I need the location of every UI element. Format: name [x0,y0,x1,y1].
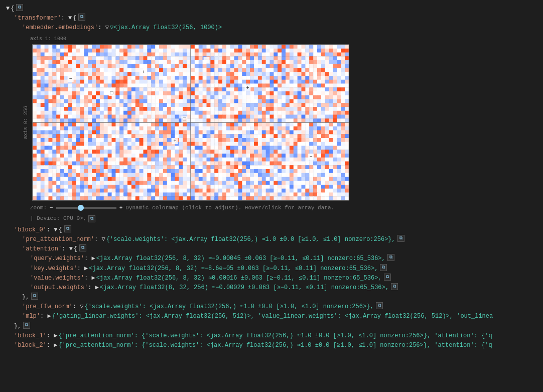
block1-line: 'block_1' : ▶ {'pre_attention_norm': {'s… [6,331,537,341]
key-weights-line: 'key.weights' : ▶ <jax.Array float32(256… [6,264,537,274]
output-weights-expand[interactable]: ▶ [95,283,99,293]
mlp-value: {'gating_linear.weights': <jax.Array flo… [52,312,493,321]
output-weights-line: 'output.weights' : ▶ <jax.Array float32(… [6,283,537,293]
transformer-brace: { [73,14,76,23]
output-weights-value: <jax.Array float32(8, 32, 256) ≈−0.00029… [100,283,389,293]
query-weights-key: 'query.weights' [30,254,84,264]
y-axis-label: axis 0: 256 [22,106,30,139]
root-expand[interactable]: ▼ [6,4,10,14]
device-collapse-icon[interactable]: ⧉ [88,215,95,222]
value-weights-icon[interactable]: ⧉ [384,274,391,281]
viz-section: axis 1: 1000 axis 0: 256 Zoom: − + Dynam… [6,35,537,223]
pre-attention-norm-icon[interactable]: ⧉ [397,235,404,242]
block1-expand[interactable]: ▶ [54,331,57,341]
attention-line: 'attention' : ▼ { ⧉ [6,244,537,254]
mlp-line: 'mlp' : ▶ {'gating_linear.weights': <jax… [6,312,537,321]
embedder-value[interactable]: ▽<jax.Array float32(256, 1000)> [110,23,222,33]
value-weights-value: <jax.Array float32(256, 8, 32) ≈0.00016 … [96,274,382,283]
block2-expand[interactable]: ▶ [54,341,57,350]
attention-close-line: }, ⧉ [6,293,537,302]
transformer-colon: : [61,14,68,23]
block2-value: {'pre_attention_norm': {'scale.weights':… [58,341,492,350]
transformer-expand[interactable]: ▼ [68,14,72,23]
pre-attention-norm-line: 'pre_attention_norm' : ▽ {'scale.weights… [6,235,537,244]
pre-ffw-norm-icon[interactable]: ⧉ [376,302,383,309]
pre-ffw-norm-expand[interactable]: ▽ [80,302,83,312]
output-weights-icon[interactable]: ⧉ [391,283,398,290]
block0-key: 'block_0' [14,225,47,235]
zoom-hint: Dynamic colormap (click to adjust). Hove… [125,204,334,213]
attention-key: 'attention' [22,244,62,254]
query-weights-line: 'query.weights' : ▶ <jax.Array float32(2… [6,254,537,264]
attention-collapse-icon[interactable]: ⧉ [79,244,86,251]
pre-attention-norm-key: 'pre_attention_norm' [22,235,94,244]
output-weights-key: 'output.weights' [30,283,88,293]
heatmap-canvas[interactable] [32,44,349,201]
block0-close-brace: }, [14,322,21,331]
zoom-slider[interactable] [56,207,116,209]
zoom-plus-button[interactable]: + [119,204,123,213]
zoom-controls: Zoom: − + Dynamic colormap (click to adj… [30,204,537,213]
mlp-key: 'mlp' [22,312,40,321]
block0-line: 'block_0' : ▼ { ⧉ [6,225,537,235]
pre-ffw-norm-line: 'pre_ffw_norm' : ▽ {'scale.weights': <ja… [6,302,537,312]
embedder-key: 'embedder.embeddings' [22,23,98,33]
key-weights-key: 'key.weights' [30,264,77,274]
block0-close-icon[interactable]: ⧉ [23,322,30,329]
key-weights-expand[interactable]: ▶ [84,264,88,274]
device-text: | Device: CPU 0>, [30,214,86,223]
attention-expand[interactable]: ▼ [69,244,73,254]
block0-expand[interactable]: ▼ [54,225,57,235]
root-collapse-icon[interactable]: ⧉ [16,4,23,11]
block0-collapse-icon[interactable]: ⧉ [64,225,71,232]
transformer-line: 'transformer' : ▼ { ⧉ [6,14,537,23]
transformer-key: 'transformer' [14,14,61,23]
zoom-minus-button[interactable]: − [50,204,53,213]
value-weights-line: 'value.weights' : ▶ <jax.Array float32(2… [6,274,537,283]
mlp-expand[interactable]: ▶ [47,312,51,321]
block1-key: 'block_1' [14,331,47,341]
query-weights-value: <jax.Array float32(256, 8, 32) ≈−0.00045… [96,254,385,264]
x-axis-label: axis 1: 1000 [30,35,537,43]
pre-attention-norm-value: {'scale.weights': <jax.Array float32(256… [106,235,395,244]
root-line: ▼ { ⧉ [6,4,537,14]
value-weights-key: 'value.weights' [30,274,84,283]
query-weights-icon[interactable]: ⧉ [387,254,394,261]
block2-key: 'block_2' [14,341,47,350]
viz-container: axis 0: 256 [22,44,537,201]
embedder-colon: : [98,23,105,33]
query-weights-expand[interactable]: ▶ [91,254,95,264]
attention-close-icon[interactable]: ⧉ [31,293,38,300]
value-weights-expand[interactable]: ▶ [91,274,95,283]
embedder-expand[interactable]: ▽ [105,23,109,33]
transformer-collapse-icon[interactable]: ⧉ [78,14,85,21]
block1-value: {'pre_attention_norm': {'scale.weights':… [58,331,492,341]
block2-line: 'block_2' : ▶ {'pre_attention_norm': {'s… [6,341,537,350]
device-line: | Device: CPU 0>, ⧉ [30,214,537,223]
root-brace: { [11,4,14,14]
key-weights-value: <jax.Array float32(256, 8, 32) ≈−8.6e−05… [89,264,378,274]
zoom-label: Zoom: [30,204,47,213]
embedder-line: 'embedder.embeddings' : ▽ ▽<jax.Array fl… [6,23,537,33]
pre-ffw-norm-value: {'scale.weights': <jax.Array float32(256… [84,302,373,312]
block0-close-line: }, ⧉ [6,322,537,331]
key-weights-icon[interactable]: ⧉ [380,264,387,271]
pre-attention-norm-expand[interactable]: ▽ [101,235,105,244]
main-container: ▼ { ⧉ 'transformer' : ▼ { ⧉ 'embedder.em… [0,0,543,354]
attention-close-brace: }, [22,293,29,302]
pre-ffw-norm-key: 'pre_ffw_norm' [22,302,73,312]
